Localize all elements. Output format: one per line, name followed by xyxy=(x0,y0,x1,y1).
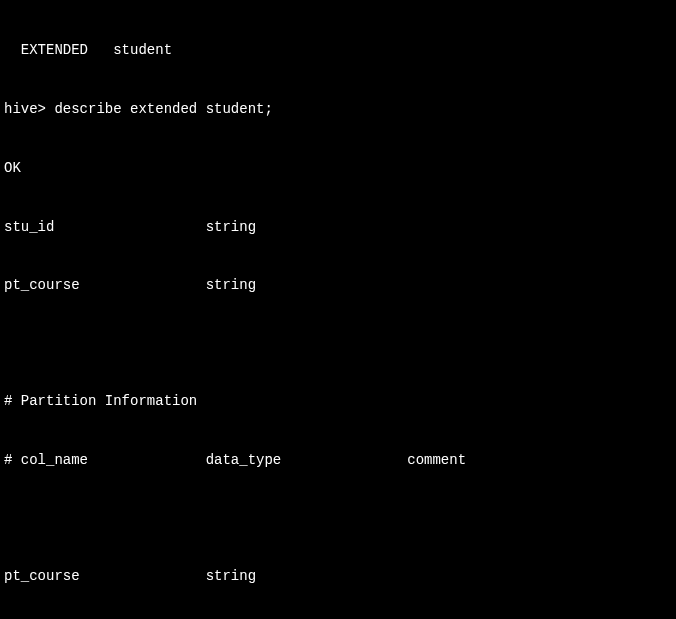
truncated-prev-line: EXTENDED student xyxy=(4,41,672,61)
column-stu-id: stu_id string xyxy=(4,218,672,238)
command-line: hive> describe extended student; xyxy=(4,100,672,120)
partition-columns-header: # col_name data_type comment xyxy=(4,451,672,471)
partition-col-pt-course: pt_course string xyxy=(4,567,672,587)
blank-line xyxy=(4,335,672,353)
ok-line: OK xyxy=(4,159,672,179)
column-pt-course: pt_course string xyxy=(4,276,672,296)
blank-line xyxy=(4,510,672,528)
terminal-output[interactable]: EXTENDED student hive> describe extended… xyxy=(0,0,676,619)
partition-info-header: # Partition Information xyxy=(4,392,672,412)
